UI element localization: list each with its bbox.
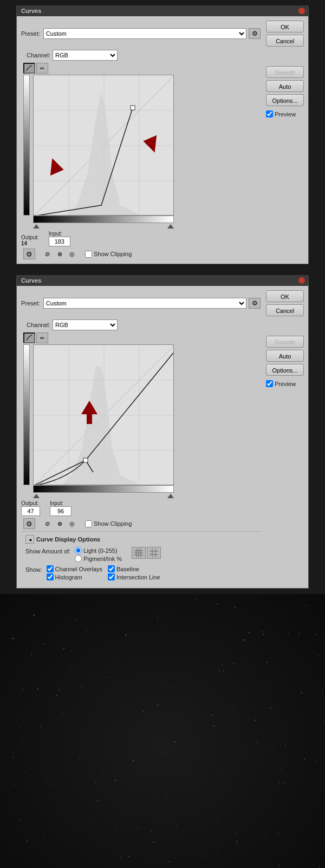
preset-select-2[interactable]: Custom <box>43 298 246 309</box>
curve-display-title: Curve Display Options <box>36 536 100 543</box>
light-radio[interactable] <box>75 547 82 554</box>
baseline-label: Baseline <box>116 566 139 572</box>
channel-select-1[interactable]: RGB <box>53 50 118 61</box>
eyedropper-white-1[interactable]: ◎ <box>67 249 77 259</box>
preview-check-2[interactable] <box>266 380 273 387</box>
pigment-radio[interactable] <box>75 555 82 562</box>
eyedropper-gray-2[interactable]: ⊕ <box>54 519 65 528</box>
settings-btn-2[interactable]: ⚙ <box>23 518 35 529</box>
gear-button-2[interactable]: ⚙ <box>249 298 261 309</box>
baseline-check[interactable] <box>108 565 115 572</box>
right-buttons-2: OK Cancel <box>266 290 304 316</box>
output-label-2: Output: <box>21 500 40 506</box>
output-value-2[interactable] <box>21 506 40 516</box>
light-label: Light (0-255) <box>83 547 117 554</box>
histogram-label: Histogram <box>55 574 82 580</box>
dark-background <box>0 594 325 868</box>
curves-dialog-1: Curves Preset: Custom ⚙ OK Cancel Channe… <box>16 5 309 264</box>
input-label-1: Input: <box>49 231 70 237</box>
options-button-1[interactable]: Options... <box>266 94 304 106</box>
curve-tool-1[interactable] <box>23 63 35 74</box>
preset-select-1[interactable]: Custom <box>43 28 246 39</box>
dialog-close-1[interactable] <box>298 8 305 14</box>
dialog-title-2: Curves <box>21 277 41 284</box>
preview-label-1: Preview <box>275 111 296 118</box>
collapse-btn[interactable]: ◂ <box>25 535 34 544</box>
histogram-check[interactable] <box>47 573 54 580</box>
dialog-title-1: Curves <box>21 8 41 14</box>
pencil-tool-1[interactable]: ✏ <box>36 63 48 74</box>
eyedropper-black-1[interactable]: ⊘ <box>42 249 53 259</box>
curve-graph-1 <box>33 75 174 216</box>
channel-overlays-label: Channel Overlays <box>55 566 102 572</box>
svg-rect-18 <box>83 458 88 462</box>
intersection-check[interactable] <box>108 573 115 580</box>
ok-button-1[interactable]: OK <box>266 21 304 32</box>
preset-label-2: Preset: <box>21 300 40 306</box>
preview-check-1[interactable] <box>266 110 273 118</box>
show-label: Show: <box>25 565 42 573</box>
settings-btn-1[interactable]: ⚙ <box>23 249 35 259</box>
ok-button-2[interactable]: OK <box>266 290 304 302</box>
show-amount-label: Show Amount of: <box>25 547 70 554</box>
pigment-label: Pigment/Ink % <box>83 556 122 562</box>
eyedropper-gray-1[interactable]: ⊕ <box>54 249 65 259</box>
eyedropper-white-2[interactable]: ◎ <box>67 519 77 528</box>
dialog-close-2[interactable] <box>298 277 305 284</box>
svg-rect-7 <box>131 106 135 110</box>
curve-graph-2 <box>33 344 174 485</box>
show-clipping-check-2[interactable] <box>85 520 92 527</box>
channel-label-1: Channel: <box>27 52 50 58</box>
smooth-button-1[interactable]: Smooth <box>266 66 304 78</box>
channel-overlays-check[interactable] <box>47 565 54 572</box>
input-value-1[interactable] <box>49 237 70 246</box>
eyedropper-black-2[interactable]: ⊘ <box>42 519 53 528</box>
show-clipping-label-1: Show Clipping <box>94 251 132 257</box>
show-clipping-label-2: Show Clipping <box>94 520 132 527</box>
curve-tool-2[interactable] <box>23 332 35 343</box>
preset-label-1: Preset: <box>21 30 40 37</box>
black-point-slider-1[interactable] <box>33 224 40 229</box>
gear-button-1[interactable]: ⚙ <box>249 28 261 39</box>
output-value-1: 14 <box>21 240 39 246</box>
small-grid-btn[interactable] <box>132 547 146 559</box>
white-point-slider-2[interactable] <box>167 494 174 498</box>
right-buttons-1: OK Cancel <box>266 21 304 47</box>
options-button-2[interactable]: Options... <box>266 364 304 376</box>
curves-dialog-2: Curves Preset: Custom ⚙ OK Cancel Channe… <box>16 275 309 589</box>
input-label-2: Input: <box>50 500 72 506</box>
smooth-button-2[interactable]: Smooth <box>266 336 304 348</box>
cancel-button-2[interactable]: Cancel <box>266 304 304 316</box>
large-grid-btn[interactable] <box>147 547 161 559</box>
pencil-tool-2[interactable]: ✏ <box>36 332 48 343</box>
auto-button-1[interactable]: Auto <box>266 80 304 92</box>
preview-label-2: Preview <box>275 381 296 387</box>
curve-display-section: ◂ Curve Display Options Show Amount of: … <box>21 531 261 584</box>
output-label-1: Output: <box>21 234 39 240</box>
black-point-slider-2[interactable] <box>33 494 40 498</box>
channel-label-2: Channel: <box>27 322 50 328</box>
intersection-label: Intersection Line <box>116 574 160 580</box>
auto-button-2[interactable]: Auto <box>266 350 304 362</box>
white-point-slider-1[interactable] <box>167 224 174 229</box>
cancel-button-1[interactable]: Cancel <box>266 35 304 47</box>
input-value-2[interactable] <box>50 506 72 516</box>
show-clipping-check-1[interactable] <box>85 251 92 258</box>
channel-select-2[interactable]: RGB <box>53 319 118 330</box>
